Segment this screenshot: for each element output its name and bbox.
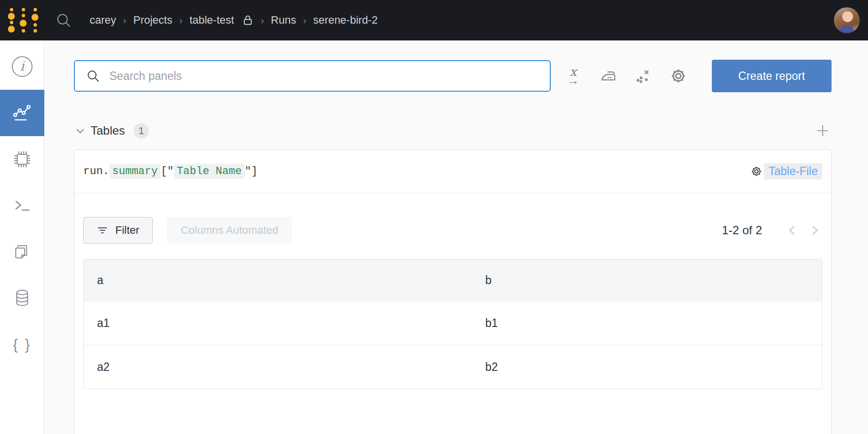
filter-button[interactable]: Filter bbox=[83, 217, 153, 244]
search-icon[interactable] bbox=[55, 12, 72, 29]
column-header-a[interactable]: a bbox=[84, 259, 472, 301]
section-title: Tables bbox=[91, 124, 125, 138]
sidebar-item-artifacts[interactable] bbox=[0, 275, 44, 322]
pagination: 1-2 of 2 bbox=[722, 223, 822, 238]
column-header-b[interactable]: b bbox=[472, 259, 822, 301]
filter-icon bbox=[97, 224, 108, 236]
add-panel-icon[interactable] bbox=[815, 123, 831, 139]
table-row: a2 b2 bbox=[84, 345, 822, 389]
table-cell: b1 bbox=[472, 301, 822, 345]
create-report-button[interactable]: Create report bbox=[712, 60, 832, 92]
sidebar-item-system[interactable] bbox=[0, 136, 44, 182]
sidebar-item-overview[interactable]: i bbox=[0, 43, 44, 90]
breadcrumb-entity[interactable]: carey bbox=[90, 14, 116, 27]
braces-icon: { } bbox=[13, 336, 31, 353]
x-axis-settings-button[interactable]: x → bbox=[564, 65, 583, 87]
tables-section-header: Tables 1 bbox=[74, 122, 832, 140]
info-icon: i bbox=[11, 55, 33, 78]
section-count-badge: 1 bbox=[134, 123, 149, 139]
chip-icon bbox=[11, 148, 33, 171]
table-controls: Filter Columns Automated 1-2 of 2 bbox=[83, 217, 822, 244]
breadcrumb-projects[interactable]: Projects bbox=[133, 14, 172, 27]
gear-icon bbox=[669, 67, 688, 85]
breadcrumb-separator: › bbox=[123, 15, 127, 26]
sidebar-item-model-config[interactable]: { } bbox=[0, 322, 44, 368]
smoothing-button[interactable] bbox=[599, 65, 618, 87]
outliers-icon bbox=[634, 67, 653, 85]
ignore-outliers-button[interactable] bbox=[634, 65, 653, 87]
columns-automated-button[interactable]: Columns Automated bbox=[167, 217, 292, 244]
breadcrumb-separator: › bbox=[261, 15, 264, 26]
breadcrumb-runs[interactable]: Runs bbox=[271, 14, 296, 27]
table-cell: b2 bbox=[472, 345, 822, 389]
table-cell: a2 bbox=[84, 345, 472, 389]
topbar: carey › Projects › table-test › Runs › s… bbox=[0, 0, 868, 40]
panel-expression: run.summary["Table Name"] bbox=[83, 164, 258, 179]
table-cell: a1 bbox=[84, 301, 472, 345]
chevron-down-icon[interactable] bbox=[74, 124, 87, 137]
panel-type-link[interactable]: Table-File bbox=[764, 163, 822, 180]
search-panels-input[interactable] bbox=[109, 70, 540, 83]
smoothing-iron-icon bbox=[599, 67, 618, 85]
terminal-icon bbox=[11, 194, 33, 217]
table-row: a1 b1 bbox=[84, 301, 822, 345]
sidebar-item-logs[interactable] bbox=[0, 182, 44, 229]
workspace-toolbar: x → bbox=[74, 60, 832, 92]
svg-text:i: i bbox=[20, 59, 25, 73]
panel-search[interactable] bbox=[74, 60, 551, 92]
files-icon bbox=[11, 241, 33, 263]
panel-code-row: run.summary["Table Name"] Table-File bbox=[74, 150, 831, 193]
database-icon bbox=[11, 287, 33, 310]
avatar[interactable] bbox=[834, 7, 860, 34]
previous-page-icon[interactable] bbox=[785, 223, 800, 238]
breadcrumb-project[interactable]: table-test bbox=[190, 14, 234, 27]
workspace-settings-button[interactable] bbox=[668, 65, 688, 87]
lock-icon bbox=[242, 14, 254, 26]
sidebar-item-files[interactable] bbox=[0, 229, 44, 275]
wandb-logo-icon[interactable] bbox=[7, 6, 39, 35]
breadcrumb: carey › Projects › table-test › Runs › s… bbox=[90, 14, 378, 27]
run-sidebar: i bbox=[0, 40, 44, 434]
pagination-label: 1-2 of 2 bbox=[722, 223, 762, 237]
breadcrumb-separator: › bbox=[179, 15, 183, 26]
next-page-icon[interactable] bbox=[807, 223, 822, 238]
x-axis-icon: x → bbox=[568, 66, 579, 86]
table-header-row: a b bbox=[84, 259, 822, 301]
data-table: a b a1 b1 a2 b2 bbox=[83, 259, 822, 389]
breadcrumb-separator: › bbox=[303, 15, 306, 26]
line-chart-icon bbox=[11, 102, 33, 124]
sidebar-item-charts[interactable] bbox=[0, 90, 44, 136]
panel-settings-gear-icon[interactable] bbox=[750, 165, 763, 178]
breadcrumb-run[interactable]: serene-bird-2 bbox=[313, 14, 378, 27]
search-icon bbox=[86, 69, 100, 83]
workspace: x → bbox=[44, 40, 868, 434]
table-panel: run.summary["Table Name"] Table-File bbox=[74, 149, 832, 434]
